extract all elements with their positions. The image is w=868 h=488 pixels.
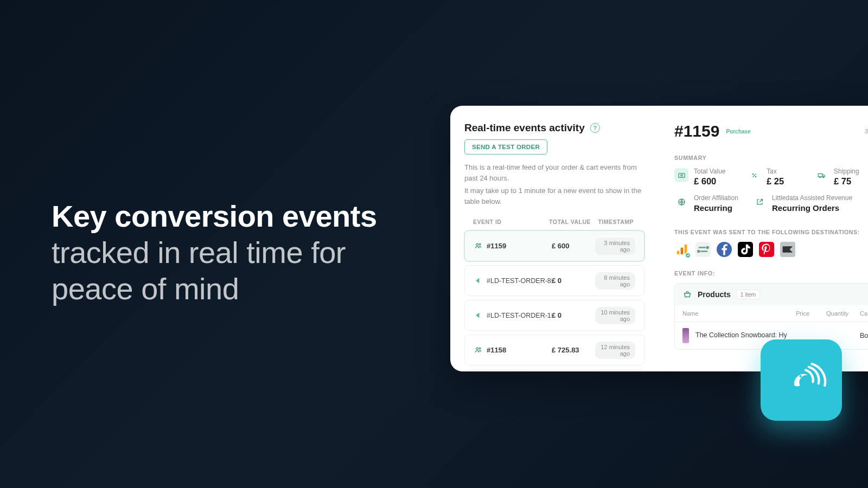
- summary-tax: Tax £ 25: [747, 168, 807, 187]
- events-table-header: EVENT ID TOTAL VALUE TIMESTAMP: [464, 209, 644, 230]
- col-event-id: EVENT ID: [473, 219, 549, 225]
- event-row[interactable]: #1121£ 699.9513 minutes ago: [464, 369, 644, 371]
- hero-rest: tracked in real time for peace of mind: [52, 235, 346, 306]
- summary-total-value: Total Value £ 600: [674, 168, 739, 187]
- svg-point-9: [680, 174, 682, 176]
- destination-icons: [674, 242, 868, 257]
- col-total-value: TOTAL VALUE: [549, 219, 598, 225]
- tiktok-icon[interactable]: [738, 242, 753, 257]
- app-window: Real-time events activity ? SEND A TEST …: [450, 106, 868, 371]
- globe-icon: [674, 195, 688, 209]
- check-badge-icon: [685, 252, 691, 259]
- event-info-label: EVENT INFO:: [674, 270, 868, 277]
- event-id: #LD-TEST-ORDER-85: [487, 277, 552, 285]
- hero-bold: Key conversion events: [52, 199, 377, 233]
- event-id: #1159: [487, 242, 552, 250]
- summary-shipping: Shipping £ 75: [814, 168, 868, 187]
- truck-icon: [814, 168, 828, 182]
- col-timestamp: TIMESTAMP: [598, 219, 636, 225]
- event-detail-panel: #1159 Purchase 3 m SUMMARY Total Value £…: [659, 106, 868, 371]
- panel-desc-2: It may take up to 1 minute for a new eve…: [464, 185, 644, 207]
- svg-rect-16: [677, 251, 680, 254]
- purchase-tag: Purchase: [726, 129, 750, 134]
- event-id: #1158: [487, 346, 552, 354]
- event-id: #LD-TEST-ORDER-15-: [487, 312, 552, 319]
- event-value: £ 0: [552, 277, 595, 285]
- segment-icon[interactable]: [695, 242, 711, 257]
- product-thumbnail: [682, 328, 689, 343]
- destinations-label: THIS EVENT WAS SENT TO THE FOLLOWING DES…: [674, 229, 868, 235]
- svg-rect-12: [818, 174, 822, 177]
- svg-point-1: [479, 243, 481, 245]
- money-icon: [674, 168, 688, 182]
- app-logo-badge: [761, 339, 842, 421]
- svg-rect-17: [681, 247, 684, 254]
- detail-timestamp: 3 m: [865, 128, 868, 134]
- svg-point-19: [707, 247, 709, 248]
- event-timestamp: 3 minutes ago: [595, 237, 635, 255]
- event-row[interactable]: #LD-TEST-ORDER-85£ 08 minutes ago: [464, 265, 644, 296]
- panel-title: Real-time events activity: [464, 122, 585, 134]
- tax-icon: [747, 168, 761, 182]
- basket-icon: [682, 290, 692, 299]
- google-analytics-icon[interactable]: [674, 242, 690, 257]
- products-count: 1 item: [736, 290, 761, 299]
- order-icon: [474, 346, 482, 355]
- test-icon: [474, 277, 482, 285]
- event-timestamp: 8 minutes ago: [595, 272, 635, 290]
- facebook-icon[interactable]: [717, 242, 732, 257]
- order-icon: [474, 242, 482, 251]
- external-link-icon: [752, 195, 767, 209]
- event-timestamp: 12 minutes ago: [595, 342, 635, 359]
- event-value: £ 725.83: [552, 346, 595, 354]
- panel-desc-1: This is a real-time feed of your order &…: [464, 162, 644, 183]
- hero-headline: Key conversion events tracked in real ti…: [52, 198, 377, 307]
- svg-point-0: [476, 243, 478, 246]
- summary-label: SUMMARY: [674, 155, 868, 161]
- event-row[interactable]: #LD-TEST-ORDER-15-£ 010 minutes ago: [464, 300, 644, 331]
- event-timestamp: 10 minutes ago: [595, 307, 635, 324]
- detail-order-id: #1159: [674, 122, 719, 140]
- product-name: The Collection Snowboard: Hy: [695, 331, 796, 340]
- products-table-header: Name Price Quantity Ca: [675, 305, 868, 322]
- events-list: #1159£ 6003 minutes ago#LD-TEST-ORDER-85…: [464, 230, 644, 371]
- svg-point-3: [479, 348, 481, 349]
- event-value: £ 0: [552, 311, 595, 319]
- summary-affiliation: Order Affiliation Recurring: [674, 194, 745, 212]
- help-icon[interactable]: ?: [590, 123, 600, 133]
- products-title: Products: [698, 290, 731, 299]
- pinterest-icon[interactable]: [759, 242, 774, 257]
- summary-assisted-revenue: Littledata Assisted Revenue Recurring Or…: [752, 194, 861, 212]
- test-icon: [474, 311, 482, 320]
- svg-point-21: [799, 375, 801, 377]
- events-panel: Real-time events activity ? SEND A TEST …: [450, 106, 659, 371]
- svg-rect-8: [678, 173, 684, 177]
- klaviyo-icon[interactable]: [780, 242, 795, 257]
- event-row[interactable]: #1158£ 725.8312 minutes ago: [464, 335, 644, 365]
- svg-point-2: [476, 348, 478, 350]
- svg-point-20: [698, 251, 699, 252]
- event-row[interactable]: #1159£ 6003 minutes ago: [464, 230, 644, 261]
- event-value: £ 600: [552, 242, 595, 250]
- send-test-order-button[interactable]: SEND A TEST ORDER: [464, 139, 547, 155]
